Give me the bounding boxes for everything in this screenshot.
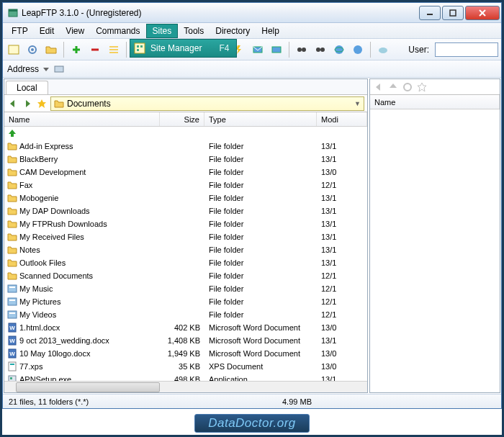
tool-binoculars2-icon[interactable] xyxy=(312,42,328,58)
remote-back-icon[interactable] xyxy=(373,81,384,93)
col-type[interactable]: Type xyxy=(204,112,317,126)
folder-icon xyxy=(7,206,17,216)
remote-col-name[interactable]: Name xyxy=(370,95,500,109)
list-item[interactable]: My DAP DownloadsFile folder13/1 xyxy=(4,204,367,217)
list-item[interactable]: My PicturesFile folder12/1 xyxy=(4,295,367,308)
file-type: File folder xyxy=(204,155,317,163)
list-item[interactable]: Scanned DocumentsFile folder12/1 xyxy=(4,269,367,282)
maximize-button[interactable] xyxy=(442,6,464,20)
back-icon[interactable] xyxy=(7,98,19,109)
list-item[interactable]: FaxFile folder12/1 xyxy=(4,179,367,192)
menu-view[interactable]: View xyxy=(60,24,90,37)
list-item[interactable]: BlackBerryFile folder13/1 xyxy=(4,153,367,166)
path-folder-icon xyxy=(54,99,64,109)
tool-binoculars-icon[interactable] xyxy=(294,42,310,58)
list-item[interactable]: Outlook FilesFile folder13/1 xyxy=(4,256,367,269)
list-item[interactable]: 77.xps35 KBXPS Document13/0 xyxy=(4,360,367,373)
tool-minus-icon[interactable] xyxy=(87,42,103,58)
remote-favorite-icon[interactable] xyxy=(416,81,428,93)
tool-cloud-icon[interactable] xyxy=(375,42,391,58)
menu-commands[interactable]: Commands xyxy=(90,24,145,37)
svg-rect-46 xyxy=(8,298,17,305)
list-item[interactable]: MobogenieFile folder13/1 xyxy=(4,192,367,204)
list-item[interactable]: CAM DevelopmentFile folder13/0 xyxy=(4,166,367,179)
list-item[interactable]: W10 May 10logo.docx1,949 KBMicrosoft Wor… xyxy=(4,347,367,360)
favorite-icon[interactable] xyxy=(36,98,48,109)
menu-help[interactable]: Help xyxy=(256,24,285,37)
file-modified: 13/1 xyxy=(317,258,367,267)
tool-gear-icon[interactable] xyxy=(24,42,40,58)
tool-globe-icon[interactable] xyxy=(331,42,347,58)
remote-refresh-icon[interactable] xyxy=(402,81,413,93)
menu-tools[interactable]: Tools xyxy=(178,24,210,37)
separator xyxy=(370,42,371,58)
list-item[interactable]: NotesFile folder13/1 xyxy=(4,243,367,256)
col-name[interactable]: Name xyxy=(4,112,160,126)
local-list-header: Name Size Type Modi xyxy=(4,112,367,127)
file-type: File folder xyxy=(204,181,317,189)
tool-plus-icon[interactable] xyxy=(68,42,84,58)
list-item[interactable]: APNSetup.exe498 KBApplication13/1 xyxy=(4,373,367,381)
chevron-down-icon: ▼ xyxy=(354,100,361,107)
minimize-button[interactable] xyxy=(419,6,441,20)
titlebar: LeapFTP 3.1.0 - (Unregistered) xyxy=(3,3,501,23)
list-item[interactable]: My Received FilesFile folder13/1 xyxy=(4,230,367,243)
svg-marker-43 xyxy=(9,130,16,137)
word-icon: W xyxy=(7,335,17,346)
list-item[interactable]: Add-in ExpressFile folder13/1 xyxy=(4,140,367,153)
file-name: 77.xps xyxy=(19,362,42,371)
tool-mail-icon[interactable] xyxy=(250,42,266,58)
parent-directory-row[interactable] xyxy=(4,127,367,140)
tool-list-icon[interactable] xyxy=(106,42,122,58)
col-modified[interactable]: Modi xyxy=(317,112,367,126)
svg-point-30 xyxy=(297,48,302,52)
status-size: 4.99 MB xyxy=(276,397,318,406)
path-combo[interactable]: Documents ▼ xyxy=(50,96,364,111)
tool-sitemgr-icon[interactable] xyxy=(6,42,22,58)
svg-rect-9 xyxy=(137,49,139,51)
remote-file-list[interactable] xyxy=(370,109,500,392)
menu-sites[interactable]: Sites xyxy=(146,24,179,38)
file-modified: 13/1 xyxy=(317,155,367,163)
file-name: My DAP Downloads xyxy=(19,207,90,215)
local-pathbar: Documents ▼ xyxy=(4,95,367,112)
menu-ftp[interactable]: FTP xyxy=(6,24,34,37)
dropdown-site-manager[interactable]: Site Manager F4 xyxy=(130,40,236,57)
hscroll-thumb[interactable] xyxy=(16,382,160,392)
file-modified: 13/0 xyxy=(317,323,367,332)
file-modified: 13/0 xyxy=(317,362,367,371)
user-input[interactable] xyxy=(435,42,498,57)
tool-mail2-icon[interactable] xyxy=(269,42,284,58)
tool-globe2-icon[interactable] xyxy=(350,42,366,58)
svg-rect-10 xyxy=(9,45,19,54)
menu-edit[interactable]: Edit xyxy=(34,24,60,37)
address-box-icon[interactable] xyxy=(53,63,65,75)
tool-folder-icon[interactable] xyxy=(43,42,59,58)
file-size: 498 KB xyxy=(160,375,204,381)
svg-marker-63 xyxy=(390,84,397,88)
list-item[interactable]: W1.html.docx402 KBMicrosoft Word Documen… xyxy=(4,321,367,334)
list-item[interactable]: My FTPRush DownloadsFile folder13/1 xyxy=(4,217,367,230)
tab-local[interactable]: Local xyxy=(6,81,48,94)
remote-up-icon[interactable] xyxy=(387,81,399,93)
file-type: File folder xyxy=(204,245,317,254)
file-modified: 12/1 xyxy=(317,297,367,306)
lib-icon xyxy=(7,297,17,307)
file-name: BlackBerry xyxy=(19,155,58,163)
list-item[interactable]: My MusicFile folder12/1 xyxy=(4,282,367,295)
menu-directory[interactable]: Directory xyxy=(210,24,256,37)
forward-icon[interactable] xyxy=(22,98,33,109)
folder-icon xyxy=(7,141,17,151)
file-name: Scanned Documents xyxy=(19,271,93,280)
close-button[interactable] xyxy=(465,6,500,20)
col-size[interactable]: Size xyxy=(160,112,204,126)
local-file-list[interactable]: Add-in ExpressFile folder13/1BlackBerryF… xyxy=(4,127,367,381)
hscrollbar[interactable] xyxy=(4,381,367,392)
svg-rect-7 xyxy=(137,45,139,48)
svg-point-31 xyxy=(302,48,306,52)
window-title: LeapFTP 3.1.0 - (Unregistered) xyxy=(22,8,419,18)
address-dropdown-icon[interactable] xyxy=(42,65,50,73)
list-item[interactable]: W9 oct 2013_wedding.docx1,408 KBMicrosof… xyxy=(4,334,367,347)
list-item[interactable]: My VideosFile folder12/1 xyxy=(4,308,367,321)
file-name: My FTPRush Downloads xyxy=(19,220,107,228)
